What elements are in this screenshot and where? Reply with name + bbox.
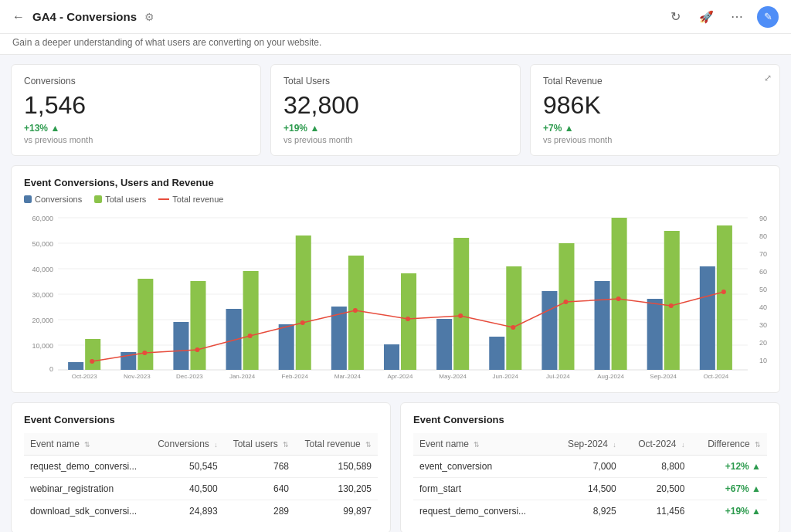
kpi-conversions: Conversions 1,546 +13% ▲ vs previous mon… (11, 64, 261, 156)
svg-rect-32 (226, 309, 242, 370)
svg-text:10,000: 10,000 (32, 342, 54, 350)
kpi-revenue-value: 986K (543, 91, 767, 120)
legend-users-label: Total users (105, 195, 146, 204)
legend-users: Total users (94, 195, 146, 204)
svg-rect-39 (348, 256, 364, 370)
event-oct: 20,500 (623, 478, 691, 500)
svg-text:300: 300 (759, 321, 767, 329)
more-menu-button[interactable]: ⋯ (726, 6, 748, 28)
table2-title: Event Conversions (413, 414, 767, 425)
svg-rect-36 (296, 236, 311, 370)
legend-revenue-icon (158, 198, 169, 200)
table2: Event name ⇅ Sep-2024 ↓ Oct-2024 ↓ (413, 433, 767, 522)
chart-section: Event Conversions, Users and Revenue Con… (11, 165, 780, 393)
event-conversions: 24,893 (148, 500, 224, 523)
svg-text:Dec-2023: Dec-2023 (176, 373, 203, 380)
svg-text:700: 700 (759, 250, 767, 258)
svg-point-64 (195, 347, 199, 352)
event-revenue: 130,205 (295, 478, 378, 500)
svg-point-70 (511, 325, 515, 330)
table-row: webinar_registration 40,500 640 130,205 (24, 478, 378, 500)
kpi-revenue-change: +7% ▲ (543, 123, 767, 134)
svg-point-62 (90, 359, 94, 364)
event-name: event_conversion (413, 456, 552, 478)
svg-point-66 (300, 320, 305, 325)
table2-col-oct[interactable]: Oct-2024 ↓ (623, 433, 691, 456)
legend-conversions-icon (24, 195, 32, 203)
svg-point-65 (248, 334, 253, 338)
kpi-users-change: +19% ▲ (283, 123, 508, 134)
chart-svg: 60,000 50,000 40,000 30,000 20,000 10,00… (24, 212, 767, 381)
svg-rect-44 (436, 319, 452, 370)
table2-col-diff[interactable]: Difference ⇅ (691, 433, 767, 456)
svg-rect-45 (453, 238, 469, 370)
svg-text:May-2024: May-2024 (439, 373, 467, 380)
sort-icon: ↓ (613, 441, 616, 449)
svg-text:500: 500 (759, 286, 767, 293)
kpi-total-revenue: ⤢ Total Revenue 986K +7% ▲ vs previous m… (530, 64, 780, 156)
table-row: request_demo_conversi... 8,925 11,456 +1… (413, 500, 767, 523)
svg-text:40,000: 40,000 (32, 266, 54, 273)
kpi-total-users: Total Users 32,800 +19% ▲ vs previous mo… (270, 64, 521, 156)
event-diff: +67% ▲ (691, 478, 767, 500)
legend-conversions: Conversions (24, 195, 82, 204)
svg-text:20,000: 20,000 (32, 317, 54, 324)
svg-point-72 (616, 296, 621, 301)
kpi-revenue-prev: vs previous month (543, 135, 767, 144)
svg-text:100: 100 (759, 357, 767, 364)
svg-rect-41 (384, 344, 399, 370)
svg-text:Apr-2024: Apr-2024 (388, 373, 413, 380)
table2-col-sep[interactable]: Sep-2024 ↓ (552, 433, 623, 456)
table1-col-event[interactable]: Event name ⇅ (24, 433, 148, 456)
event-oct: 8,800 (623, 456, 691, 478)
svg-rect-33 (243, 271, 259, 370)
kpi-revenue-label: Total Revenue (543, 76, 767, 86)
svg-text:Feb-2024: Feb-2024 (282, 373, 309, 380)
event-name: form_start (413, 478, 552, 500)
kpi-conversions-label: Conversions (24, 76, 248, 86)
svg-text:900: 900 (759, 215, 767, 222)
table1-col-users[interactable]: Total users ⇅ (224, 433, 295, 456)
settings-icon[interactable]: ⚙ (144, 11, 154, 23)
svg-text:Jun-2024: Jun-2024 (493, 373, 519, 380)
sort-icon: ⇅ (755, 441, 761, 449)
table1-section: Event Conversions Event name ⇅ Conversio… (11, 402, 391, 532)
table1-title: Event Conversions (24, 414, 378, 425)
table1-col-revenue[interactable]: Total revenue ⇅ (295, 433, 378, 456)
svg-point-74 (721, 290, 726, 294)
svg-rect-56 (647, 299, 663, 370)
chart-legend: Conversions Total users Total revenue (24, 195, 767, 204)
sort-icon: ↓ (214, 441, 218, 449)
svg-text:60,000: 60,000 (32, 215, 54, 222)
legend-users-icon (94, 195, 102, 203)
back-button[interactable]: ← (12, 10, 25, 24)
event-users: 640 (224, 478, 295, 500)
expand-icon[interactable]: ⤢ (764, 73, 772, 83)
svg-rect-50 (541, 291, 557, 370)
svg-rect-47 (489, 337, 504, 370)
svg-text:Aug-2024: Aug-2024 (597, 373, 624, 380)
table1-col-conversions[interactable]: Conversions ↓ (148, 433, 224, 456)
svg-point-73 (669, 303, 674, 308)
table2-col-event[interactable]: Event name ⇅ (413, 433, 552, 456)
event-name: webinar_registration (24, 478, 148, 500)
svg-text:30,000: 30,000 (32, 291, 54, 299)
kpi-users-prev: vs previous month (283, 135, 508, 144)
event-revenue: 150,589 (295, 456, 378, 478)
page-title: GA4 - Conversions (32, 10, 137, 23)
rocket-button[interactable]: 🚀 (695, 6, 717, 28)
kpi-users-label: Total Users (283, 76, 508, 86)
event-oct: 11,456 (623, 500, 691, 523)
edit-button[interactable]: ✎ (757, 6, 779, 28)
svg-rect-42 (401, 273, 416, 370)
sort-icon: ⇅ (84, 441, 90, 449)
svg-text:200: 200 (759, 339, 767, 347)
svg-point-69 (458, 313, 463, 318)
table2-section: Event Conversions Event name ⇅ Sep-2024 … (400, 402, 780, 532)
event-conversions: 50,545 (148, 456, 224, 478)
refresh-button[interactable]: ↻ (664, 6, 686, 28)
table-row: form_start 14,500 20,500 +67% ▲ (413, 478, 767, 500)
svg-rect-30 (190, 281, 205, 370)
svg-rect-54 (612, 218, 627, 370)
event-users: 768 (224, 456, 295, 478)
